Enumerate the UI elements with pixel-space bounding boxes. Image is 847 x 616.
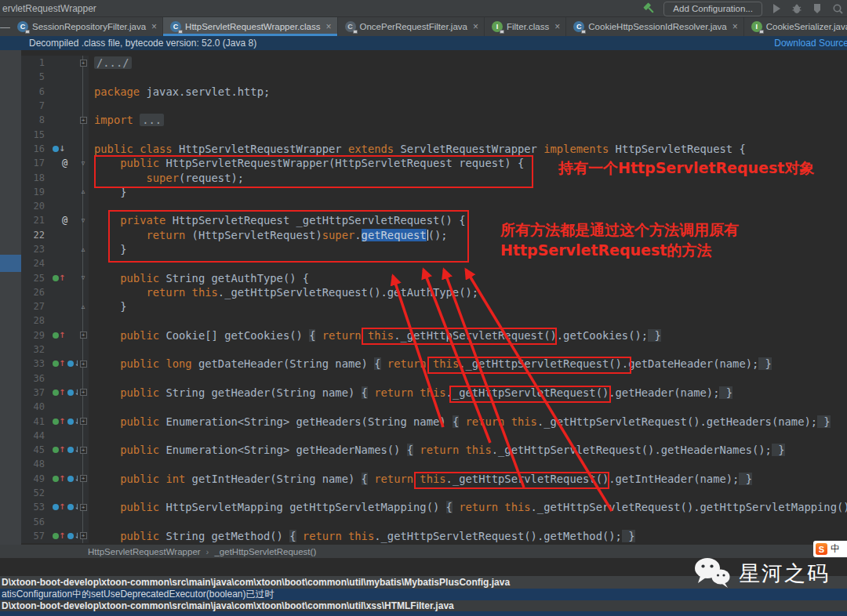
line-number[interactable]: 23 bbox=[21, 244, 49, 255]
line-number[interactable]: 6 bbox=[21, 86, 49, 97]
implements-icon[interactable]: ↑ bbox=[53, 419, 65, 425]
code-line[interactable]: 40 bbox=[21, 400, 847, 414]
line-number[interactable]: 5 bbox=[21, 71, 49, 82]
line-number[interactable]: 56 bbox=[21, 516, 49, 527]
line-number[interactable]: 48 bbox=[21, 458, 49, 469]
line-number[interactable]: 32 bbox=[21, 344, 49, 355]
code-line[interactable]: 45↑↓+ public Enumeration<String> getHead… bbox=[21, 443, 847, 457]
fold-icon[interactable]: ▿ bbox=[82, 160, 85, 167]
ime-indicator[interactable]: S 中 bbox=[813, 541, 847, 557]
fold-icon[interactable]: + bbox=[80, 361, 87, 368]
line-number[interactable]: 52 bbox=[21, 487, 49, 498]
breadcrumb-class[interactable]: HttpServletRequestWrapper bbox=[88, 547, 201, 556]
tab-sessionrepositoryfilter-java[interactable]: CSessionRepositoryFilter.java× bbox=[10, 17, 163, 36]
fold-icon[interactable]: + bbox=[80, 418, 87, 425]
implements-icon[interactable]: ↑ bbox=[53, 361, 65, 367]
code-line[interactable]: 16↓public class HttpServletRequestWrappe… bbox=[21, 142, 847, 156]
tab-cookieserializer-java[interactable]: ICookieSerializer.java× bbox=[744, 17, 847, 36]
code-line[interactable]: 25↑▿ public String getAuthType() { bbox=[21, 270, 847, 284]
code-line[interactable]: 15 bbox=[21, 127, 847, 141]
code-line[interactable]: 5 bbox=[21, 70, 847, 84]
code-line[interactable]: 53↑↓+ public HttpServletMapping getHttpS… bbox=[21, 500, 847, 514]
line-number[interactable]: 37 bbox=[21, 387, 49, 398]
fold-icon[interactable]: ▵ bbox=[82, 246, 85, 253]
line-number[interactable]: 45 bbox=[21, 444, 49, 455]
profiler-icon[interactable] bbox=[831, 2, 844, 15]
line-number[interactable]: 26 bbox=[21, 287, 49, 298]
debug-icon[interactable] bbox=[791, 2, 803, 15]
tab-httpservletrequestwrapper-class[interactable]: CHttpServletRequestWrapper.class× bbox=[163, 17, 337, 36]
tab-close-icon[interactable]: × bbox=[151, 21, 157, 32]
overridden-icon[interactable]: ↓ bbox=[53, 146, 65, 152]
line-number[interactable]: 15 bbox=[21, 129, 49, 140]
code-lines[interactable]: 1+/.../56package javax.servlet.http;78+i… bbox=[21, 50, 847, 545]
tab-onceperrequestfilter-java[interactable]: COncePerRequestFilter.java× bbox=[338, 17, 485, 36]
annotation-icon[interactable]: @ bbox=[62, 215, 67, 226]
line-number[interactable]: 44 bbox=[21, 430, 49, 441]
hide-tabs-icon[interactable]: — bbox=[0, 17, 10, 36]
download-sources-link[interactable]: Download Sources bbox=[774, 38, 847, 49]
code-line[interactable]: 17@▿ public HttpServletRequestWrapper(Ht… bbox=[21, 156, 847, 170]
code-line[interactable]: 19▵ } bbox=[21, 185, 847, 199]
tab-filter-class[interactable]: IFilter.class× bbox=[485, 17, 566, 36]
line-number[interactable]: 7 bbox=[21, 100, 49, 111]
line-number[interactable]: 21 bbox=[21, 215, 49, 226]
line-number[interactable]: 18 bbox=[21, 172, 49, 183]
code-line[interactable]: 57↑↓+ public String getMethod() { return… bbox=[21, 529, 847, 543]
code-line[interactable]: 24 bbox=[21, 256, 847, 270]
tab-close-icon[interactable]: × bbox=[732, 21, 738, 32]
breadcrumb-method[interactable]: _getHttpServletRequest() bbox=[214, 547, 316, 556]
code-line[interactable]: 23▵ } bbox=[21, 242, 847, 256]
code-line[interactable]: 8+import ... bbox=[21, 113, 847, 127]
line-number[interactable]: 40 bbox=[21, 401, 49, 412]
line-number[interactable]: 20 bbox=[21, 201, 49, 212]
code-line[interactable]: 32 bbox=[21, 342, 847, 357]
line-number[interactable]: 25 bbox=[21, 273, 49, 284]
code-line[interactable]: 26 return this._getHttpServletRequest().… bbox=[21, 285, 847, 299]
fold-icon[interactable]: + bbox=[80, 475, 87, 482]
annotation-icon[interactable]: @ bbox=[62, 158, 67, 168]
code-line[interactable]: 6package javax.servlet.http; bbox=[21, 85, 847, 99]
implements-icon[interactable]: ↑ bbox=[53, 476, 65, 482]
code-line[interactable]: 33↑↓+ public long getDateHeader(String n… bbox=[21, 357, 847, 371]
line-number[interactable]: 33 bbox=[21, 358, 49, 369]
code-line[interactable]: 20 bbox=[21, 199, 847, 213]
implements-icon[interactable]: ↑ bbox=[53, 390, 65, 396]
tab-cookiehttpsessionidresolver-java[interactable]: CCookieHttpSessionIdResolver.java× bbox=[566, 17, 743, 36]
fold-icon[interactable]: + bbox=[80, 332, 87, 339]
tab-close-icon[interactable]: × bbox=[325, 21, 331, 32]
line-number[interactable]: 29 bbox=[21, 330, 49, 341]
line-number[interactable]: 36 bbox=[21, 373, 49, 384]
code-line[interactable]: 27▵ } bbox=[21, 299, 847, 313]
code-line[interactable]: 37↑↓+ public String getHeader(String nam… bbox=[21, 386, 847, 400]
line-number[interactable]: 49 bbox=[21, 473, 49, 484]
fold-icon[interactable]: ▵ bbox=[82, 303, 85, 310]
line-number[interactable]: 24 bbox=[21, 258, 49, 269]
code-line[interactable]: 49↑↓+ public int getIntHeader(String nam… bbox=[21, 472, 847, 486]
line-number[interactable]: 17 bbox=[21, 158, 49, 168]
fold-icon[interactable]: + bbox=[80, 117, 87, 124]
line-number[interactable]: 53 bbox=[21, 502, 49, 513]
fold-icon[interactable]: + bbox=[80, 532, 87, 539]
overrides-icon[interactable]: ↑ bbox=[53, 504, 65, 510]
code-line[interactable]: 44 bbox=[21, 429, 847, 443]
code-line[interactable]: 18 super(request); bbox=[21, 170, 847, 184]
tab-close-icon[interactable]: × bbox=[554, 21, 560, 32]
code-line[interactable]: 1+/.../ bbox=[21, 56, 847, 70]
run-icon[interactable] bbox=[770, 2, 783, 15]
code-line[interactable]: 7 bbox=[21, 99, 847, 113]
code-line[interactable]: 56 bbox=[21, 515, 847, 529]
coverage-icon[interactable] bbox=[811, 2, 823, 15]
tab-close-icon[interactable]: × bbox=[473, 21, 478, 32]
line-number[interactable]: 8 bbox=[21, 114, 49, 125]
line-number[interactable]: 57 bbox=[21, 531, 49, 542]
implements-icon[interactable]: ↑ bbox=[53, 447, 65, 453]
line-number[interactable]: 1 bbox=[21, 57, 49, 68]
add-configuration-button[interactable]: Add Configuration... bbox=[663, 2, 762, 16]
line-number[interactable]: 27 bbox=[21, 301, 49, 312]
fold-icon[interactable]: + bbox=[80, 389, 87, 396]
line-number[interactable]: 41 bbox=[21, 416, 49, 427]
code-line[interactable]: 41↑↓+ public Enumeration<String> getHead… bbox=[21, 414, 847, 428]
implements-icon[interactable]: ↑ bbox=[53, 533, 65, 539]
build-icon[interactable] bbox=[643, 2, 656, 15]
